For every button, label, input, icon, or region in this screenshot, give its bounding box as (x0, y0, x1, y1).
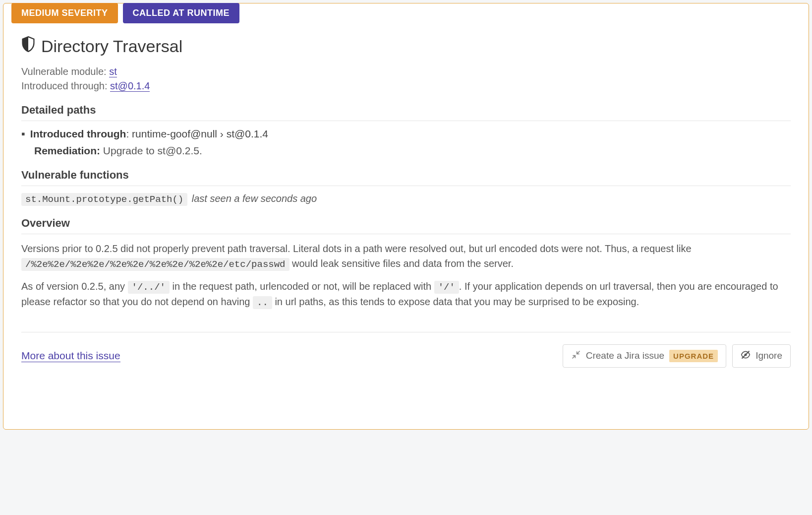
overview-p2-code3: .. (253, 296, 272, 309)
introduced-link[interactable]: st@0.1.4 (110, 80, 150, 92)
overview-p2-a: As of version 0.2.5, any (21, 281, 128, 292)
overview-p2-b: in the request path, urlencoded or not, … (170, 281, 434, 292)
remediation-label: Remediation: (34, 145, 100, 156)
overview-paragraph-1: Versions prior to 0.2.5 did not properly… (21, 241, 791, 272)
divider (21, 121, 791, 121)
badge-row: MEDIUM SEVERITY CALLED AT RUNTIME (3, 3, 809, 23)
function-signature: st.Mount.prototype.getPath() (21, 193, 187, 206)
runtime-badge: CALLED AT RUNTIME (123, 3, 239, 23)
vuln-module-link[interactable]: st (109, 66, 117, 77)
introduced-label: Introduced through: (21, 80, 110, 91)
bullet-icon: ▪ (21, 129, 25, 139)
vulnerable-module-line: Vulnerable module: st (21, 66, 791, 77)
remediation-value: Upgrade to st@0.2.5. (100, 145, 202, 156)
overview-p1-code: /%2e%2e/%2e%2e/%2e%2e/%2e%2e/%2e%2e/etc/… (21, 258, 290, 271)
remediation-row: Remediation: Upgrade to st@0.2.5. (34, 145, 791, 157)
create-jira-label: Create a Jira issue (586, 350, 664, 361)
vulnerable-function-row: st.Mount.prototype.getPath() last seen a… (21, 193, 791, 205)
ignore-button[interactable]: Ignore (732, 344, 791, 368)
severity-badge: MEDIUM SEVERITY (11, 3, 118, 23)
more-about-link[interactable]: More about this issue (21, 350, 120, 362)
last-seen-text: last seen a few seconds ago (192, 193, 317, 204)
vulnerability-title: Directory Traversal (21, 36, 791, 56)
divider (21, 234, 791, 234)
jira-icon (571, 350, 581, 362)
overview-p2-code2: '/' (434, 281, 459, 294)
overview-paragraph-2: As of version 0.2.5, any '/../' in the r… (21, 279, 791, 310)
vulnerability-card: MEDIUM SEVERITY CALLED AT RUNTIME Direct… (3, 3, 809, 430)
detailed-paths-heading: Detailed paths (21, 104, 791, 117)
eye-off-icon (741, 350, 751, 362)
title-text: Directory Traversal (41, 37, 182, 56)
path-introduced-label: Introduced through (30, 128, 126, 139)
path-introduced-value: : runtime-goof@null › st@0.1.4 (126, 128, 268, 139)
upgrade-badge: UPGRADE (669, 350, 718, 362)
introduced-through-line: Introduced through: st@0.1.4 (21, 80, 791, 92)
path-row: ▪ Introduced through: runtime-goof@null … (21, 128, 791, 140)
ignore-label: Ignore (755, 350, 782, 361)
shield-icon (21, 36, 35, 56)
vuln-module-label: Vulnerable module: (21, 66, 109, 77)
card-footer: More about this issue Create a Jira issu… (21, 332, 791, 368)
overview-heading: Overview (21, 217, 791, 230)
create-jira-button[interactable]: Create a Jira issue UPGRADE (563, 344, 726, 368)
overview-p2-code1: '/../' (128, 281, 170, 294)
overview-p1-a: Versions prior to 0.2.5 did not properly… (21, 243, 692, 254)
divider (21, 186, 791, 186)
overview-p1-b: would leak sensitive files and data from… (290, 258, 514, 269)
overview-p2-d: in url paths, as this tends to expose da… (272, 296, 639, 307)
vulnerable-functions-heading: Vulnerable functions (21, 169, 791, 182)
